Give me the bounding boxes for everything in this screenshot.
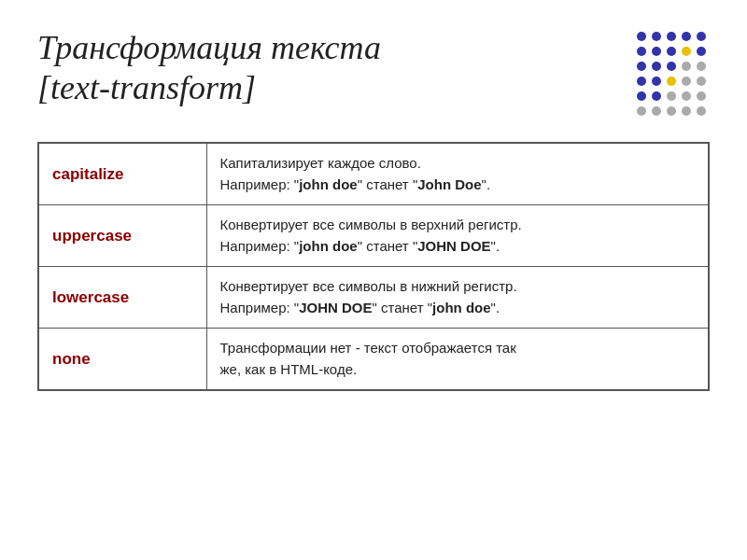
dot	[667, 32, 676, 41]
bold-example-after: john doe	[432, 300, 491, 315]
dot	[652, 77, 661, 86]
desc-line-1: Конвертирует все символы в верхний регис…	[220, 215, 696, 236]
dot	[652, 32, 661, 41]
desc-line-1: Капитализирует каждое слово.	[220, 153, 696, 175]
desc-line-2: Например: "john doe" станет "John Doe".	[220, 175, 696, 196]
desc-line-2: Например: "john doe" станет "JOHN DOE".	[220, 236, 696, 258]
keyword-cell: lowercase	[38, 267, 206, 329]
dot	[667, 62, 676, 71]
dot	[682, 77, 691, 86]
dot	[697, 32, 706, 41]
dot	[637, 77, 646, 86]
dot	[667, 91, 676, 101]
dot	[637, 106, 646, 116]
dot-grid-decoration	[637, 32, 710, 119]
dot	[637, 62, 646, 71]
desc-line-1: Трансформации нет - текст отображается т…	[220, 338, 696, 359]
desc-line-2: же, как в HTML-коде.	[220, 359, 696, 381]
page-title: Трансформация текста [text-transform]	[37, 28, 381, 108]
dot	[637, 47, 646, 56]
dot	[652, 62, 661, 71]
table-row: capitalizeКапитализирует каждое слово.На…	[38, 143, 709, 205]
bold-example-before: JOHN DOE	[299, 300, 372, 315]
dot	[682, 47, 691, 56]
text-transform-table: capitalizeКапитализирует каждое слово.На…	[37, 142, 710, 391]
dot	[697, 47, 706, 56]
desc-line-1: Конвертирует все символы в нижний регист…	[220, 276, 696, 298]
bold-example-before: john doe	[299, 176, 358, 192]
bold-example-before: john doe	[299, 238, 358, 254]
keyword-cell: capitalize	[38, 143, 206, 205]
description-cell: Капитализирует каждое слово.Например: "j…	[206, 143, 709, 205]
description-cell: Конвертирует все символы в нижний регист…	[206, 267, 709, 329]
dot	[697, 106, 706, 116]
dot	[667, 47, 676, 56]
dot	[682, 106, 691, 116]
dot	[697, 91, 706, 101]
dot	[652, 106, 661, 116]
page-header: Трансформация текста [text-transform]	[37, 28, 710, 119]
dot	[652, 91, 661, 101]
table-row: noneТрансформации нет - текст отображает…	[38, 329, 709, 391]
dot	[667, 77, 676, 86]
keyword-cell: uppercase	[38, 205, 206, 267]
dot	[697, 77, 706, 86]
dot	[667, 106, 676, 116]
dot	[652, 47, 661, 56]
table-row: uppercaseКонвертирует все символы в верх…	[38, 205, 709, 267]
dot	[682, 62, 691, 71]
description-cell: Трансформации нет - текст отображается т…	[206, 329, 709, 391]
dot	[637, 32, 646, 41]
description-cell: Конвертирует все символы в верхний регис…	[206, 205, 709, 267]
dot	[637, 91, 646, 101]
dot	[682, 91, 691, 101]
dot	[697, 62, 706, 71]
bold-example-after: JOHN DOE	[417, 238, 490, 254]
table-row: lowercaseКонвертирует все символы в нижн…	[38, 267, 709, 329]
bold-example-after: John Doe	[417, 176, 481, 192]
dot	[682, 32, 691, 41]
keyword-cell: none	[38, 329, 206, 391]
desc-line-2: Например: "JOHN DOE" станет "john doe".	[220, 298, 696, 319]
